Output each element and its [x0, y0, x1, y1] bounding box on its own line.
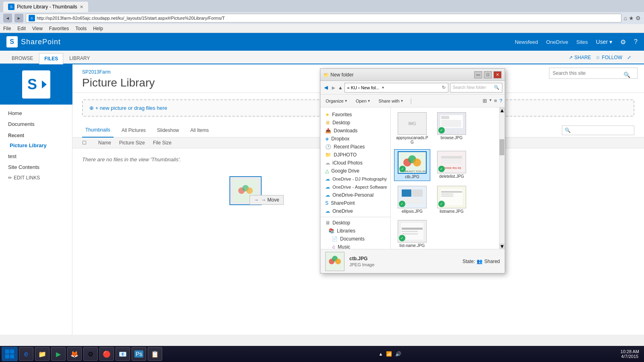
tab-browse[interactable]: BROWSE: [6, 52, 38, 64]
fe-minimize-btn[interactable]: —: [474, 71, 482, 78]
fe-organize-btn[interactable]: Organize ▾: [323, 97, 350, 105]
sp-nav-onedrive[interactable]: OneDrive: [546, 39, 568, 45]
fe-item-recent[interactable]: 🕐 Recent Places: [320, 143, 390, 151]
home-btn[interactable]: ⌂: [624, 15, 627, 21]
fe-close-btn[interactable]: ✕: [493, 71, 502, 78]
fe-path-caret[interactable]: ▾: [382, 85, 384, 90]
edit-links-btn[interactable]: ✏ EDIT LINKS: [0, 173, 72, 183]
address-input[interactable]: S http://sp2013farm-82o65ajc.cloudapp.ne…: [26, 14, 621, 23]
fe-back-btn[interactable]: ◄: [323, 84, 329, 91]
search-icon[interactable]: 🔍: [623, 72, 630, 78]
tray-expand[interactable]: ▲: [378, 352, 383, 356]
fe-refresh-btn[interactable]: ↻: [442, 85, 446, 90]
tab-all-items[interactable]: All Items: [187, 123, 212, 138]
fe-view-caret[interactable]: ▾: [489, 98, 491, 104]
taskbar-clock[interactable]: 10:28 AM 4/7/2015: [617, 349, 642, 359]
fe-item-gdrive[interactable]: △ Google Drive: [320, 167, 390, 175]
fe-item-icloud[interactable]: ☁ iCloud Photos: [320, 159, 390, 167]
file-item-deletelist[interactable]: Delete this list ✓ deletelist.JPG: [433, 149, 470, 181]
fe-item-desktop[interactable]: 🖥 Desktop: [320, 119, 390, 127]
taskbar-item6[interactable]: 🔴: [99, 347, 114, 361]
tray-network[interactable]: 📶: [386, 351, 392, 357]
fe-view-btn[interactable]: ⊞: [483, 98, 487, 104]
tab-slideshow[interactable]: Slideshow: [154, 123, 182, 138]
taskbar-firefox[interactable]: 🦊: [67, 347, 82, 361]
move-button[interactable]: → → Move: [250, 195, 284, 205]
menu-help[interactable]: Help: [93, 26, 103, 31]
checkbox-header[interactable]: ☐: [82, 140, 90, 146]
sp-nav-sites[interactable]: Sites: [576, 39, 588, 45]
taskbar-item9[interactable]: 📋: [148, 347, 162, 361]
tab-thumbnails[interactable]: Thumbnails: [82, 123, 114, 138]
fe-scroll-thumb[interactable]: [500, 139, 504, 155]
taskbar-ie[interactable]: e: [19, 347, 33, 361]
tab-library[interactable]: LIBRARY: [64, 52, 95, 64]
fe-scrollbar[interactable]: ▲ ▼: [499, 107, 505, 249]
file-item-ctb[interactable]: COMMUNITY TOOL BOX ✓ ctb.JPG: [394, 149, 430, 181]
fe-item-djphoto[interactable]: 📁 DJPHOTO: [320, 151, 390, 159]
file-item-appsyoucanads[interactable]: IMG appsyoucanads.PG: [394, 111, 430, 146]
fe-forward-btn[interactable]: ►: [331, 84, 336, 91]
fe-share-btn[interactable]: Share with ▾: [376, 97, 406, 105]
sp-gear-icon[interactable]: ⚙: [620, 38, 626, 46]
settings-btn[interactable]: ⚙: [636, 15, 641, 21]
fe-item-od-personal[interactable]: ☁ OneDrive-Personal: [320, 191, 390, 199]
tab-close-btn[interactable]: ✕: [80, 4, 83, 10]
tray-volume[interactable]: 🔊: [395, 351, 401, 357]
tab-all-pictures[interactable]: All Pictures: [118, 123, 149, 138]
fe-scroll-track[interactable]: [500, 113, 505, 243]
nav-home[interactable]: Home: [0, 108, 72, 119]
forward-button[interactable]: ►: [14, 14, 23, 23]
sp-nav-newsfeed[interactable]: Newsfeed: [515, 39, 538, 45]
fe-item-od-aspect[interactable]: ☁ OneDrive - Aspect Software: [320, 183, 390, 191]
favorites-btn[interactable]: ★: [629, 15, 634, 21]
fe-open-caret[interactable]: ▾: [368, 99, 370, 103]
fe-item-sp[interactable]: S SharePoint: [320, 199, 390, 207]
fe-item-od-dj[interactable]: ☁ OneDrive - DJ Photography: [320, 175, 390, 183]
nav-documents[interactable]: Documents: [0, 119, 72, 130]
taskbar-ps[interactable]: Ps: [132, 347, 146, 361]
fe-search-box[interactable]: Search New folder 🔍: [450, 83, 502, 93]
fe-scroll-up[interactable]: ▲: [500, 107, 505, 113]
file-item-browse[interactable]: ✓ browse.JPG: [433, 111, 470, 146]
sp-help-icon[interactable]: ?: [634, 38, 638, 45]
menu-edit[interactable]: Edit: [17, 26, 26, 31]
back-button[interactable]: ◄: [3, 14, 12, 23]
taskbar-explorer[interactable]: 📁: [35, 347, 50, 361]
file-item-list-name[interactable]: ✓ list-name.JPG: [394, 218, 430, 249]
start-button[interactable]: [2, 347, 18, 361]
fe-share-caret[interactable]: ▾: [401, 99, 403, 103]
fe-details-btn[interactable]: ≡: [494, 98, 497, 104]
taskbar-media[interactable]: ▶: [51, 347, 66, 361]
file-item-listname[interactable]: ✓ listname.JPG: [433, 184, 470, 215]
sp-user-menu[interactable]: User ▾: [596, 39, 613, 45]
taskbar-chrome[interactable]: ⚙: [83, 347, 98, 361]
fe-open-btn[interactable]: Open ▾: [353, 97, 373, 105]
menu-tools[interactable]: Tools: [75, 26, 87, 31]
library-search-input[interactable]: [562, 125, 634, 135]
file-item-ellipsis[interactable]: ✓ ellipsis.JPG: [394, 184, 430, 215]
fe-docs-item[interactable]: 📄 Documents: [320, 235, 390, 243]
fe-item-downloads[interactable]: 📥 Downloads: [320, 127, 390, 135]
browser-tab-active[interactable]: S Picture Library - Thumbnails ✕: [3, 2, 88, 12]
nav-site-contents[interactable]: Site Contents: [0, 162, 72, 173]
follow-action[interactable]: ☆ FOLLOW: [596, 55, 622, 60]
fullscreen-action[interactable]: ⤢: [627, 55, 631, 60]
fe-libraries-item[interactable]: 📚 Libraries: [320, 227, 390, 235]
menu-view[interactable]: View: [32, 26, 43, 31]
fe-item-dropbox[interactable]: ◈ Dropbox: [320, 135, 390, 143]
nav-picture-library[interactable]: Picture Library: [0, 140, 72, 151]
share-action[interactable]: ↗ SHARE: [569, 55, 591, 60]
fe-organize-caret[interactable]: ▾: [345, 99, 347, 103]
menu-file[interactable]: File: [3, 26, 11, 31]
nav-test[interactable]: test: [0, 151, 72, 162]
menu-favorites[interactable]: Favorites: [49, 26, 69, 31]
fe-favorites-header[interactable]: ★ Favorites: [320, 111, 390, 119]
fe-music-item[interactable]: ♫ Music: [320, 243, 390, 249]
fe-help-btn[interactable]: ?: [500, 98, 502, 104]
tab-files[interactable]: FILES: [39, 53, 63, 64]
fe-up-btn[interactable]: ▲: [338, 85, 343, 90]
fe-item-onedrive[interactable]: ☁ OneDrive: [320, 207, 390, 215]
file-explorer-dialog[interactable]: 📁 New folder — □ ✕ ◄ ► ▲ « KU › New fol.…: [320, 68, 505, 274]
fe-desktop-tree[interactable]: 🖥 Desktop: [320, 219, 390, 227]
